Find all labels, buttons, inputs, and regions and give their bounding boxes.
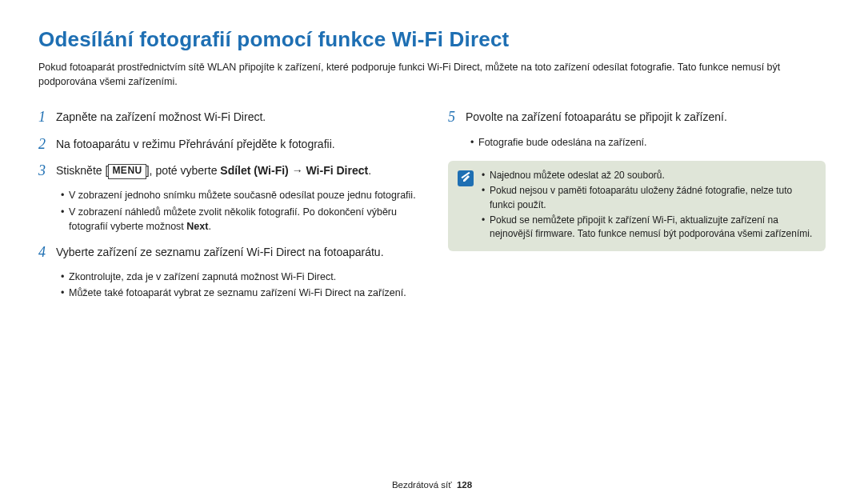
step-3-sub-b-1: V zobrazení náhledů můžete zvolit několi…: [69, 206, 397, 232]
step-3-bold: Sdílet (Wi-Fi) → Wi-Fi Direct: [220, 164, 368, 177]
step-number: 5: [448, 108, 466, 126]
page: Odesílání fotografií pomocí funkce Wi-Fi…: [0, 0, 864, 504]
note-item-a: Najednou můžete odeslat až 20 souborů.: [482, 169, 816, 182]
page-footer: Bezdrátová síť 128: [38, 474, 826, 490]
step-number: 3: [38, 162, 56, 180]
step-text: Na fotoaparátu v režimu Přehrávání přejd…: [56, 135, 335, 154]
step-number: 1: [38, 108, 56, 126]
step-3-sub-b-bold: Next: [186, 221, 208, 232]
step-text: Zapněte na zařízení možnost Wi-Fi Direct…: [56, 108, 266, 126]
note-item-b: Pokud nejsou v paměti fotoaparátu uložen…: [482, 184, 816, 212]
right-column: 5 Povolte na zařízení fotoaparátu se při…: [448, 108, 826, 474]
intro-paragraph: Pokud fotoaparát prostřednictvím sítě WL…: [38, 60, 826, 89]
left-column: 1 Zapněte na zařízení možnost Wi-Fi Dire…: [38, 108, 416, 474]
note-icon: [458, 170, 474, 186]
step-3-end: .: [368, 164, 371, 177]
step-number: 4: [38, 243, 56, 262]
step-3-sub-b-2: .: [208, 221, 210, 232]
step-2: 2 Na fotoaparátu v režimu Přehrávání pře…: [38, 135, 416, 154]
step-5: 5 Povolte na zařízení fotoaparátu se při…: [448, 108, 826, 126]
note-box: Najednou můžete odeslat až 20 souborů. P…: [448, 161, 826, 251]
step-3-pre: Stiskněte [: [56, 164, 108, 177]
step-1: 1 Zapněte na zařízení možnost Wi-Fi Dire…: [38, 108, 416, 126]
step-text: Vyberte zařízení ze seznamu zařízení Wi-…: [56, 243, 384, 262]
note-list: Najednou můžete odeslat až 20 souborů. P…: [482, 169, 816, 243]
note-item-c: Pokud se nemůžete připojit k zařízení Wi…: [482, 214, 816, 242]
step-number: 2: [38, 135, 56, 154]
footer-section: Bezdrátová síť: [392, 480, 452, 490]
page-title: Odesílání fotografií pomocí funkce Wi-Fi…: [38, 27, 826, 52]
step-4-sub-a: Zkontrolujte, zda je v zařízení zapnutá …: [61, 270, 416, 284]
step-3: 3 Stiskněte [MENU], poté vyberte Sdílet …: [38, 162, 416, 180]
step-5-sub-a: Fotografie bude odeslána na zařízení.: [470, 135, 826, 150]
step-4-sublist: Zkontrolujte, zda je v zařízení zapnutá …: [38, 270, 416, 300]
step-4-sub-b: Můžete také fotoaparát vybrat ze seznamu…: [61, 286, 416, 300]
step-3-post: ], poté vyberte: [146, 164, 221, 177]
step-text: Povolte na zařízení fotoaparátu se připo…: [466, 108, 727, 126]
step-3-sub-b: V zobrazení náhledů můžete zvolit několi…: [61, 205, 416, 234]
content-columns: 1 Zapněte na zařízení možnost Wi-Fi Dire…: [38, 108, 826, 474]
step-3-sub-a: V zobrazení jednoho snímku můžete součas…: [61, 188, 416, 202]
step-text: Stiskněte [MENU], poté vyberte Sdílet (W…: [56, 162, 371, 180]
menu-button-label: MENU: [108, 164, 146, 179]
footer-page-number: 128: [457, 480, 472, 490]
step-4: 4 Vyberte zařízení ze seznamu zařízení W…: [38, 243, 416, 262]
step-5-sublist: Fotografie bude odeslána na zařízení.: [448, 135, 826, 150]
step-3-sublist: V zobrazení jednoho snímku můžete součas…: [38, 188, 416, 233]
